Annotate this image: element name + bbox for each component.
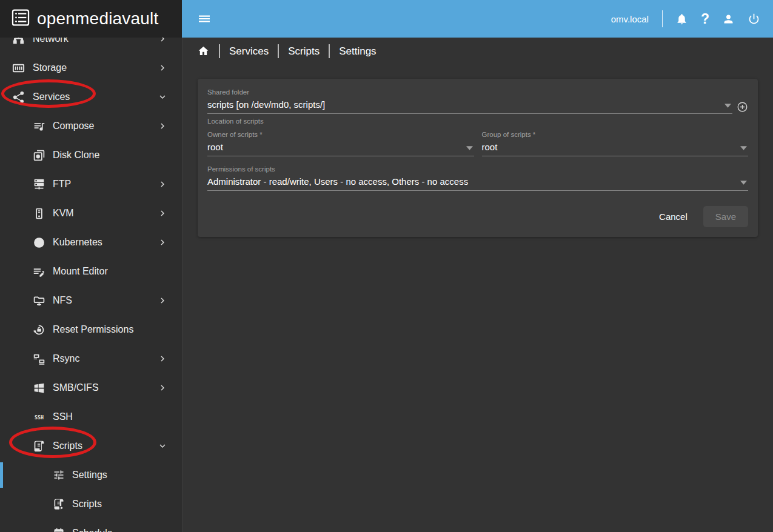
tune-icon [53,469,65,481]
permissions-field: Permissions of scripts Administrator - r… [207,165,748,191]
sidebar-item-scripts[interactable]: Scripts [0,431,182,461]
computer-sync-icon [33,353,45,365]
sidebar-item-label: Storage [33,62,67,73]
chevron-right-icon [157,62,168,73]
dropdown-caret-icon [724,104,731,108]
breadcrumb-separator [219,44,220,58]
sidebar-item-label: Disk Clone [53,150,99,161]
add-shared-folder-button[interactable] [737,101,748,113]
sidebar-item-scripts-settings[interactable]: Settings [0,461,182,490]
sidebar-item-services[interactable]: Services [0,82,182,111]
helm-wheel-icon [33,236,45,249]
sidebar-item-label: Reset Permissions [53,324,133,335]
sidebar-item-label: Kubernetes [53,237,102,248]
sidebar-item-label: KVM [53,208,74,219]
chevron-down-icon [157,441,168,451]
notifications-button[interactable] [675,13,688,25]
sidebar-item-compose[interactable]: Compose [0,111,182,141]
share-variant-icon [12,90,25,104]
brand-header[interactable]: openmediavault [0,0,182,38]
sidebar-item-label: Scripts [72,499,102,510]
shared-folder-field: Shared folder scripts [on /dev/md0, scri… [207,88,732,114]
menu-icon [197,12,212,26]
breadcrumb-item-services[interactable]: Services [229,45,269,58]
sidebar-item-kvm[interactable]: KVM [0,199,182,228]
ssh-icon: SSH [33,411,45,424]
sidebar-item-scripts-scripts[interactable]: Scripts [0,490,182,519]
group-label: Group of scripts * [482,131,749,139]
sidebar-item-nfs[interactable]: NFS [0,286,182,315]
sidebar-item-disk-clone[interactable]: Disk Clone [0,141,182,170]
playlist-edit-icon [33,265,45,278]
chevron-right-icon [157,121,168,131]
sidebar-item-label: Mount Editor [53,266,108,277]
dropdown-caret-icon [740,181,747,185]
disk-clone-icon [33,149,45,162]
sidebar-item-label: Rsync [53,353,79,364]
chevron-right-icon [157,208,168,219]
dropdown-caret-icon [466,146,473,150]
shared-folder-hint: Location of scripts [207,118,748,125]
svg-text:SSH: SSH [35,414,44,420]
menu-toggle-button[interactable] [197,12,212,26]
script-play-icon [53,498,65,510]
breadcrumb: Services Scripts Settings [182,38,773,65]
owner-label: Owner of scripts * [207,131,474,139]
sidebar-nav: Network Storage Services Compose Dis [0,38,182,532]
sidebar-item-label: Settings [72,470,107,480]
breadcrumb-item-scripts[interactable]: Scripts [288,45,320,58]
topbar-divider [662,10,663,27]
topbar: omv.local ? [182,0,773,38]
breadcrumb-item-settings[interactable]: Settings [339,45,376,58]
sidebar-item-smb-cifs[interactable]: SMB/CIFS [0,373,182,402]
shared-folder-select[interactable]: scripts [on /dev/md0, scripts/] [207,99,732,114]
folder-network-icon [33,294,45,307]
openmediavault-logo-icon [10,7,31,30]
sidebar-item-label: SSH [53,411,73,422]
owner-field: Owner of scripts * root [207,131,474,156]
sidebar-item-label: Network [33,38,69,44]
help-icon: ? [701,12,709,26]
shared-folder-label: Shared folder [207,88,732,96]
hostname-label: omv.local [611,14,649,24]
home-breadcrumb-link[interactable] [197,45,210,58]
sidebar-item-ftp[interactable]: FTP [0,170,182,199]
sidebar-item-label: Compose [53,121,94,131]
save-button[interactable]: Save [703,206,748,227]
lan-icon [12,38,25,46]
home-icon [197,45,210,58]
group-field: Group of scripts * root [482,131,749,156]
sidebar-item-kubernetes[interactable]: Kubernetes [0,228,182,257]
sidebar-item-reset-permissions[interactable]: Reset Permissions [0,315,182,344]
permissions-label: Permissions of scripts [207,165,748,173]
power-button[interactable] [748,13,760,25]
sidebar-item-label: NFS [53,295,72,306]
group-select[interactable]: root [482,142,749,156]
sidebar-item-label: Services [33,91,70,102]
chevron-right-icon [157,179,168,190]
sidebar-item-scripts-schedule[interactable]: Schedule [0,519,182,532]
power-icon [748,13,760,25]
lock-reset-icon [33,324,45,336]
bell-icon [675,13,688,25]
sidebar-item-storage[interactable]: Storage [0,53,182,82]
sidebar: openmediavault Network Storage Services … [0,0,182,532]
nas-icon [12,61,25,75]
plus-circle-icon [737,101,748,113]
chevron-right-icon [157,38,168,44]
owner-select[interactable]: root [207,142,474,156]
server-tower-icon [33,207,45,220]
sidebar-item-label: Schedule [72,528,113,532]
user-menu-button[interactable] [722,13,735,25]
sidebar-item-ssh[interactable]: SSH SSH [0,402,182,431]
sidebar-item-label: FTP [53,179,71,190]
script-icon [33,440,45,453]
help-button[interactable]: ? [701,12,709,26]
sidebar-item-mount-editor[interactable]: Mount Editor [0,257,182,286]
sidebar-item-network[interactable]: Network [0,38,182,53]
settings-form-card: Shared folder scripts [on /dev/md0, scri… [198,79,758,237]
cancel-button[interactable]: Cancel [651,207,696,227]
permissions-select[interactable]: Administrator - read/write, Users - no a… [207,176,748,191]
chevron-right-icon [157,353,168,364]
sidebar-item-rsync[interactable]: Rsync [0,344,182,373]
